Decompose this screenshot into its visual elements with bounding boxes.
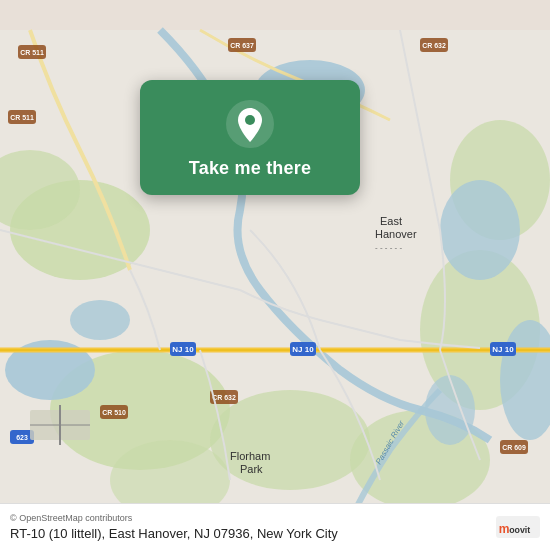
take-me-there-button[interactable]: Take me there xyxy=(189,158,311,179)
svg-text:CR 511: CR 511 xyxy=(10,114,34,121)
navigation-card: Take me there xyxy=(140,80,360,195)
svg-point-4 xyxy=(210,390,370,490)
svg-point-11 xyxy=(70,300,130,340)
svg-text:CR 609: CR 609 xyxy=(502,444,526,451)
svg-text:CR 510: CR 510 xyxy=(102,409,126,416)
svg-text:CR 637: CR 637 xyxy=(230,42,254,49)
svg-text:Park: Park xyxy=(240,463,263,475)
svg-text:CR 632: CR 632 xyxy=(422,42,446,49)
location-pin-icon xyxy=(226,100,274,148)
svg-text:East: East xyxy=(380,215,402,227)
svg-text:Florham: Florham xyxy=(230,450,270,462)
svg-text:oovit: oovit xyxy=(509,525,530,535)
svg-text:CR 632: CR 632 xyxy=(212,394,236,401)
svg-text:m: m xyxy=(499,522,510,536)
map-container: Passaic River Passaic River NJ 10 NJ 10 … xyxy=(0,0,550,550)
svg-text:NJ 10: NJ 10 xyxy=(492,345,514,354)
svg-point-50 xyxy=(245,115,255,125)
moovit-icon: m oovit xyxy=(496,512,540,542)
moovit-logo: m oovit xyxy=(496,512,540,542)
location-text: RT-10 (10 littell), East Hanover, NJ 079… xyxy=(10,526,338,541)
svg-text:CR 511: CR 511 xyxy=(20,49,44,56)
location-info: © OpenStreetMap contributors RT-10 (10 l… xyxy=(10,513,338,541)
svg-text:NJ 10: NJ 10 xyxy=(292,345,314,354)
bottom-info-bar: © OpenStreetMap contributors RT-10 (10 l… xyxy=(0,503,550,550)
svg-text:Hanover: Hanover xyxy=(375,228,417,240)
svg-text:NJ 10: NJ 10 xyxy=(172,345,194,354)
svg-point-12 xyxy=(440,180,520,280)
osm-attribution: © OpenStreetMap contributors xyxy=(10,513,338,523)
svg-text:- - - - - -: - - - - - - xyxy=(375,243,402,252)
svg-text:623: 623 xyxy=(16,434,28,441)
